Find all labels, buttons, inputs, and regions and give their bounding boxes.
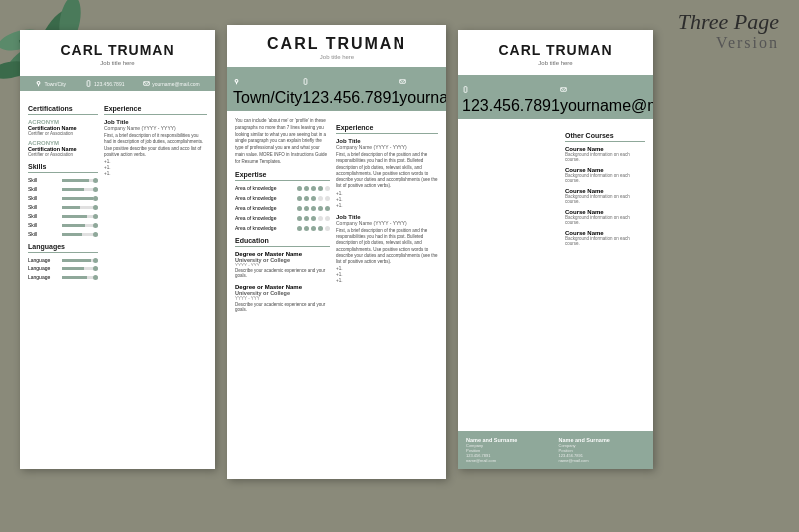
edu-year: YYYY - YYY	[235, 263, 330, 267]
location-icon	[35, 80, 42, 87]
courses-container: Course Name Background information on ea…	[565, 146, 645, 246]
ref-item-1: Name and Surname Company Position 123.45…	[466, 437, 553, 463]
skills-container: Skill Skill Skill Skill Skil	[28, 177, 98, 237]
skill-label: Skill	[28, 186, 58, 192]
page3-email: yourname@mail.com	[560, 79, 653, 115]
experience-title-p2: Experience	[336, 124, 438, 134]
course-item: Course Name Background information on ea…	[565, 230, 645, 246]
edu-year: YYYY - YYY	[235, 296, 330, 301]
expertise-item: Area of knowledge	[235, 185, 330, 191]
skill-bar	[62, 215, 98, 218]
exp-bullet-1: +1.	[104, 159, 207, 164]
page2-body: You can include 'about me' or 'profile' …	[227, 114, 446, 322]
skill-row: Skill	[28, 195, 98, 201]
page2-phone-text: 123.456.7891	[302, 89, 400, 106]
page2-contact-bar: Town/City 123.456.7891 yourname@mail.com…	[227, 67, 446, 111]
languages-container: Language Language Language	[28, 257, 98, 280]
cert-item-2: ACRONYM Certification Name Certifier or …	[28, 140, 98, 157]
page2-right-col: Experience Job Title Company Name (YYYY …	[336, 118, 438, 318]
certifications-title: Certifications	[28, 105, 98, 115]
pages-container: CARL TRUMAN Job title here Town/City 123…	[20, 30, 779, 512]
language-bar	[62, 267, 98, 270]
skill-row: Skill	[28, 213, 98, 219]
page1-email-text: yourname@mail.com	[152, 81, 199, 87]
page2-phone: 123.456.7891	[302, 71, 400, 107]
skill-bar	[62, 197, 98, 200]
exp-bullet: +1.	[336, 191, 438, 196]
expertise-dots	[297, 206, 330, 211]
expertise-label: Area of knowledge	[235, 215, 293, 221]
exp-company: Company Name (YYYY - YYYY)	[336, 220, 438, 226]
page1-contact-bar: Town/City 123.456.7891 yourname@mail.com	[20, 76, 215, 91]
page3-name: CARL TRUMAN	[468, 42, 643, 58]
page3-left-col	[466, 126, 559, 251]
skill-row: Skill	[28, 177, 98, 183]
page1-email: yourname@mail.com	[143, 80, 199, 87]
course-item: Course Name Background information on ea…	[565, 167, 645, 183]
page2-name: CARL TRUMAN	[237, 35, 436, 53]
expertise-item: Area of knowledge	[235, 225, 330, 231]
exp-bullet: +1.	[336, 272, 438, 277]
skill-label: Skill	[28, 204, 58, 210]
course-item: Course Name Background information on ea…	[565, 209, 645, 225]
language-row: Language	[28, 274, 98, 280]
education-item: Degree or Master Name University or Coll…	[235, 284, 330, 312]
language-label: Language	[28, 266, 58, 271]
course-description: Background information on each course.	[565, 152, 645, 162]
exp-item-1: Job Title Company Name (YYYY - YYYY) Fir…	[104, 119, 207, 176]
experience-item: Job Title Company Name (YYYY - YYYY) Fir…	[336, 138, 438, 208]
experience-title-p1: Experience	[104, 105, 207, 115]
page1-job-title: Job title here	[30, 60, 205, 66]
skill-label: Skill	[28, 195, 58, 201]
skill-row: Skill	[28, 231, 98, 237]
email-icon	[143, 80, 150, 87]
skill-row: Skill	[28, 222, 98, 228]
phone-icon-p3	[462, 86, 469, 93]
course-description: Background information on each course.	[565, 173, 645, 183]
svg-point-13	[235, 79, 238, 82]
language-bar	[62, 259, 98, 262]
course-description: Background information on each course.	[565, 194, 645, 204]
ref-item-2: Name and Surname Company Position 123.45…	[559, 437, 646, 463]
svg-point-9	[37, 81, 40, 84]
skill-label: Skill	[28, 177, 58, 183]
resume-page-3: CARL TRUMAN Job title here 123.456.7891 …	[458, 30, 653, 469]
experience-item: Job Title Company Name (YYYY - YYYY) Fir…	[336, 214, 438, 283]
page3-email-text: yourname@mail.com	[560, 97, 653, 114]
page2-left-col: You can include 'about me' or 'profile' …	[235, 118, 330, 318]
page2-email: yourname@mail.com	[400, 71, 446, 107]
page3-phone: 123.456.7891	[462, 79, 560, 115]
language-label: Language	[28, 257, 58, 263]
expertise-container: Area of knowledge Area of knowledge Area…	[235, 185, 330, 231]
page2-location: Town/City	[233, 71, 302, 107]
page1-right-col: Experience Job Title Company Name (YYYY …	[104, 99, 207, 283]
page3-job-title: Job title here	[468, 60, 643, 66]
page2-header: CARL TRUMAN Job title here	[227, 25, 446, 64]
branding-title: Three Page	[678, 10, 779, 34]
exp-bullet: +1.	[336, 278, 438, 283]
exp-bullet: +1.	[336, 197, 438, 202]
phone-icon	[85, 80, 92, 87]
page1-body: Certifications ACRONYM Certification Nam…	[20, 95, 215, 287]
location-icon-p2	[233, 78, 240, 85]
cert-item-1: ACRONYM Certification Name Certifier or …	[28, 119, 98, 136]
page1-name: CARL TRUMAN	[30, 42, 205, 58]
education-title: Education	[235, 237, 330, 247]
svg-rect-11	[87, 81, 90, 87]
exp-desc-1: First, a brief description of it respons…	[104, 133, 207, 158]
page1-left-col: Certifications ACRONYM Certification Nam…	[28, 99, 98, 283]
svg-rect-19	[464, 87, 467, 93]
exp-bullet: +1.	[336, 266, 438, 271]
expertise-dots	[297, 216, 330, 221]
skills-title: Skills	[28, 163, 98, 173]
expertise-item: Area of knowledge	[235, 195, 330, 201]
page2-location-text: Town/City	[233, 89, 302, 106]
page1-header: CARL TRUMAN Job title here	[20, 30, 215, 72]
page1-phone: 123.456.7891	[85, 80, 125, 87]
branding-subtitle: Version	[678, 34, 779, 52]
expertise-item: Area of knowledge	[235, 215, 330, 221]
expertise-label: Area of knowledge	[235, 205, 293, 211]
resume-page-2: CARL TRUMAN Job title here Town/City 123…	[227, 25, 446, 479]
svg-rect-15	[304, 79, 307, 85]
resume-page-1: CARL TRUMAN Job title here Town/City 123…	[20, 30, 215, 469]
